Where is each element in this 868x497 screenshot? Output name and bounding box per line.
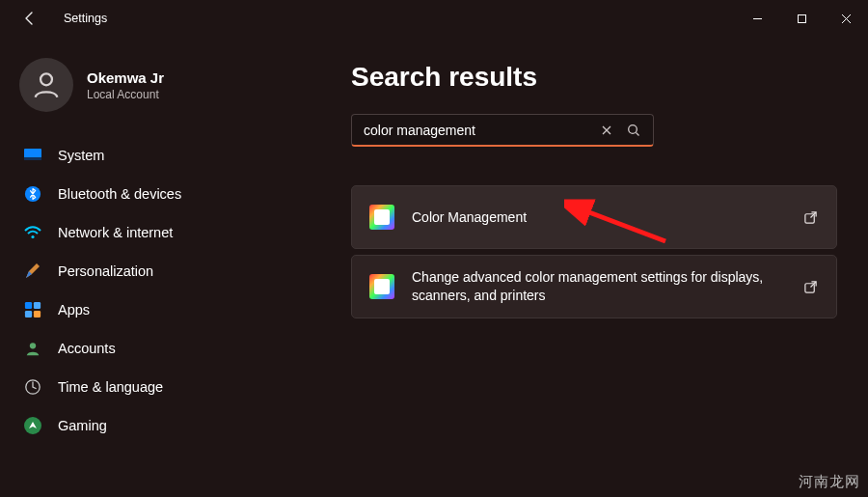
sidebar-item-network[interactable]: Network & internet — [14, 214, 274, 251]
svg-rect-0 — [798, 14, 805, 22]
search-box[interactable] — [351, 114, 654, 147]
sidebar-item-label: System — [58, 148, 104, 163]
sidebar-item-system[interactable]: System — [14, 137, 274, 174]
color-management-icon — [369, 274, 394, 299]
sidebar-item-gaming[interactable]: Gaming — [14, 407, 274, 444]
window-controls — [735, 0, 868, 37]
profile-subtitle: Local Account — [87, 88, 164, 101]
minimize-button[interactable] — [735, 0, 779, 37]
sidebar-item-label: Time & language — [58, 379, 163, 395]
open-external-icon[interactable] — [801, 208, 819, 226]
sidebar-item-label: Bluetooth & devices — [58, 186, 181, 202]
display-icon — [23, 146, 42, 165]
search-icon[interactable] — [620, 117, 647, 144]
sidebar-item-label: Apps — [58, 302, 90, 318]
paintbrush-icon — [23, 262, 42, 281]
sidebar-item-label: Gaming — [58, 418, 107, 433]
profile-block[interactable]: Okemwa Jr Local Account — [14, 50, 274, 137]
bluetooth-icon — [23, 184, 42, 204]
svg-rect-6 — [25, 302, 32, 309]
svg-rect-7 — [34, 302, 41, 309]
sidebar-item-apps[interactable]: Apps — [14, 291, 274, 328]
sidebar-item-personalization[interactable]: Personalization — [14, 253, 274, 290]
sidebar-item-time-language[interactable]: Time & language — [14, 369, 274, 405]
sidebar-item-label: Personalization — [58, 263, 153, 279]
close-button[interactable] — [824, 0, 868, 37]
svg-rect-3 — [24, 157, 41, 160]
svg-point-13 — [629, 124, 637, 133]
sidebar-item-label: Network & internet — [58, 225, 173, 240]
svg-rect-8 — [25, 311, 32, 318]
clock-globe-icon — [23, 377, 42, 397]
profile-name: Okemwa Jr — [87, 69, 164, 86]
open-external-icon[interactable] — [801, 278, 819, 295]
svg-point-1 — [41, 73, 52, 85]
page-heading: Search results — [351, 62, 839, 93]
svg-point-5 — [31, 235, 34, 238]
watermark: 河南龙网 — [799, 473, 860, 491]
result-color-management[interactable]: Color Management — [351, 185, 837, 249]
main-pane: Search results Color Management Change a… — [282, 37, 868, 497]
apps-icon — [23, 300, 42, 319]
result-title: Change advanced color management setting… — [412, 268, 784, 305]
titlebar: Settings — [0, 0, 868, 37]
maximize-button[interactable] — [779, 0, 824, 37]
back-button[interactable] — [19, 8, 41, 29]
app-title: Settings — [64, 12, 107, 25]
accounts-icon — [23, 339, 42, 358]
sidebar-item-label: Accounts — [58, 341, 116, 356]
svg-rect-9 — [34, 311, 41, 318]
result-title: Color Management — [412, 208, 784, 227]
gaming-icon — [23, 416, 42, 435]
sidebar: Okemwa Jr Local Account System Bluetooth… — [0, 37, 282, 497]
svg-point-10 — [30, 343, 36, 348]
sidebar-item-bluetooth[interactable]: Bluetooth & devices — [14, 176, 274, 212]
clear-search-button[interactable] — [593, 117, 620, 144]
search-input[interactable] — [364, 123, 593, 138]
color-management-icon — [369, 205, 394, 230]
nav-list: System Bluetooth & devices Network & int… — [14, 137, 274, 444]
sidebar-item-accounts[interactable]: Accounts — [14, 330, 274, 367]
avatar — [19, 58, 73, 112]
results-list: Color Management Change advanced color m… — [351, 185, 837, 318]
wifi-icon — [23, 223, 42, 242]
result-advanced-color-settings[interactable]: Change advanced color management setting… — [351, 255, 837, 318]
